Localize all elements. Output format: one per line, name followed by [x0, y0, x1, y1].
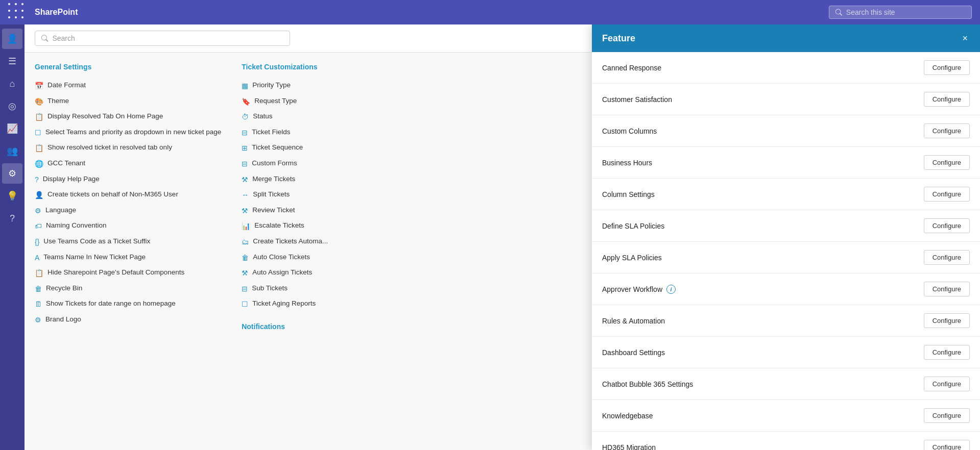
top-search-input[interactable]: [846, 8, 965, 16]
ticket-customization-item[interactable]: ⏱Status: [242, 109, 354, 125]
configure-button-custom-columns[interactable]: Configure: [924, 123, 970, 138]
ticket-customization-item[interactable]: ⊞Ticket Sequence: [242, 140, 354, 156]
item-label: Date Format: [47, 81, 86, 90]
item-icon: 🗓: [35, 299, 42, 310]
configure-button-dashboard-settings[interactable]: Configure: [924, 345, 970, 360]
configure-button-approver-workflow[interactable]: Configure: [924, 282, 970, 296]
ticket-customization-item[interactable]: ⚒Merge Tickets: [242, 172, 354, 188]
item-icon: 👤: [35, 190, 43, 201]
general-settings-list: 📅Date Format🎨Theme📋Display Resolved Tab …: [35, 78, 221, 328]
feature-row-business-hours: Business Hours Configure: [592, 147, 980, 179]
item-label: Escalate Tickets: [254, 221, 304, 231]
app-title: SharePoint: [35, 8, 78, 17]
configure-button-column-settings[interactable]: Configure: [924, 187, 970, 202]
configure-button-business-hours[interactable]: Configure: [924, 155, 970, 170]
ticket-customization-item[interactable]: ⚒Auto Assign Tickets: [242, 265, 354, 281]
feature-panel-close-button[interactable]: ×: [960, 32, 970, 45]
feature-row-name: Approver Workflow i: [602, 285, 676, 294]
general-settings-item[interactable]: ☐Select Teams and priority as dropdown i…: [35, 125, 221, 141]
main-area: General Settings 📅Date Format🎨Theme📋Disp…: [25, 24, 980, 450]
sidebar-item-gear[interactable]: ⚙: [2, 163, 22, 184]
feature-row-name: Business Hours: [602, 159, 652, 167]
item-icon: ⊟: [242, 128, 248, 138]
configure-button-customer-satisfaction[interactable]: Configure: [924, 92, 970, 107]
ticket-customization-item[interactable]: 🔖Request Type: [242, 94, 354, 110]
configure-button-define-sla-policies[interactable]: Configure: [924, 218, 970, 233]
ticket-customization-item[interactable]: ⊟Custom Forms: [242, 156, 354, 172]
configure-button-canned-response[interactable]: Configure: [924, 60, 970, 75]
ticket-customization-item[interactable]: ⊟Sub Tickets: [242, 281, 354, 297]
feature-row-name: Dashboard Settings: [602, 348, 665, 357]
ticket-customization-item[interactable]: ▦Priority Type: [242, 78, 354, 94]
item-icon: ☐: [242, 299, 248, 310]
item-icon: 🗑: [242, 253, 249, 263]
item-label: Request Type: [254, 96, 297, 106]
sidebar-item-people[interactable]: 👤: [2, 29, 22, 49]
app-body: 👤 ☰ ⌂ ◎ 📈 👥 ⚙ 💡 ? General Settings 📅Date…: [0, 24, 980, 450]
feature-row-customer-satisfaction: Customer Satisfaction Configure: [592, 84, 980, 115]
general-settings-item[interactable]: ⚙Brand Logo: [35, 312, 221, 328]
item-label: Auto Assign Tickets: [252, 268, 312, 278]
item-icon: ▦: [242, 81, 248, 91]
ticket-customization-item[interactable]: 📊Escalate Tickets: [242, 218, 354, 234]
item-label: Show Tickets for date range on homepage: [46, 299, 176, 309]
feature-row-name: Custom Columns: [602, 127, 657, 135]
general-settings-item[interactable]: ?Display Help Page: [35, 172, 221, 188]
feature-row-define-sla-policies: Define SLA Policies Configure: [592, 210, 980, 242]
general-settings-item[interactable]: {}Use Teams Code as a Ticket Suffix: [35, 234, 221, 250]
item-label: Ticket Fields: [252, 128, 290, 137]
configure-button-hd365-migration[interactable]: Configure: [924, 440, 970, 450]
general-settings-item[interactable]: 🎨Theme: [35, 94, 221, 110]
item-icon: ?: [35, 175, 39, 185]
general-settings-item[interactable]: 📅Date Format: [35, 78, 221, 94]
icon-sidebar: 👤 ☰ ⌂ ◎ 📈 👥 ⚙ 💡 ?: [0, 24, 25, 450]
sidebar-item-home[interactable]: ⌂: [2, 73, 22, 94]
general-settings-item[interactable]: 📋Show resolved ticket in resolved tab on…: [35, 140, 221, 156]
general-settings-item[interactable]: 🏷Naming Convention: [35, 218, 221, 234]
secondary-search-input[interactable]: [52, 34, 283, 42]
ticket-customization-item[interactable]: ⊟Ticket Fields: [242, 125, 354, 141]
configure-button-chatbot-bubble-365[interactable]: Configure: [924, 377, 970, 391]
sidebar-item-question[interactable]: ?: [2, 208, 22, 229]
item-icon: ⚒: [242, 268, 248, 279]
item-icon: 📋: [35, 143, 43, 154]
item-icon: 📋: [35, 112, 43, 122]
general-settings-item[interactable]: ⚙Language: [35, 203, 221, 219]
general-settings-item[interactable]: 📋Display Resolved Tab On Home Page: [35, 109, 221, 125]
item-label: Create tickets on behalf of Non-M365 Use…: [47, 190, 178, 199]
ticket-customization-item[interactable]: ☐Ticket Aging Reports: [242, 296, 354, 312]
ticket-customization-item[interactable]: 🗂Create Tickets Automa...: [242, 234, 354, 250]
general-settings-item[interactable]: 📋Hide Sharepoint Page's Default Componen…: [35, 265, 221, 281]
item-icon: ⊞: [242, 143, 248, 154]
sidebar-item-globe[interactable]: ◎: [2, 96, 22, 116]
item-label: GCC Tenant: [47, 159, 85, 168]
general-settings-item[interactable]: 🌐GCC Tenant: [35, 156, 221, 172]
item-label: Show resolved ticket in resolved tab onl…: [47, 143, 172, 153]
item-label: Split Tickets: [253, 190, 290, 199]
info-icon[interactable]: i: [666, 285, 676, 294]
notifications-heading: Notifications: [242, 322, 354, 331]
general-settings-item[interactable]: 🗑Recycle Bin: [35, 281, 221, 297]
feature-row-name: Chatbot Bubble 365 Settings: [602, 380, 693, 388]
feature-rows-container: Canned Response Configure Customer Satis…: [592, 52, 980, 450]
ticket-customization-item[interactable]: ↔Split Tickets: [242, 187, 354, 203]
item-label: Hide Sharepoint Page's Default Component…: [47, 268, 184, 278]
item-label: Custom Forms: [252, 159, 297, 168]
item-label: Priority Type: [252, 81, 291, 90]
feature-row-name: Define SLA Policies: [602, 222, 664, 230]
app-launcher-icon[interactable]: [8, 3, 27, 21]
configure-button-rules-automation[interactable]: Configure: [924, 313, 970, 328]
sidebar-item-bulb[interactable]: 💡: [2, 186, 22, 206]
configure-button-apply-sla-policies[interactable]: Configure: [924, 250, 970, 265]
feature-row-name: Rules & Automation: [602, 317, 665, 325]
general-settings-item[interactable]: 🗓Show Tickets for date range on homepage: [35, 296, 221, 312]
sidebar-item-menu[interactable]: ☰: [2, 51, 22, 71]
feature-row-name: Knowledgebase: [602, 412, 653, 420]
ticket-customization-item[interactable]: 🗑Auto Close Tickets: [242, 250, 354, 266]
ticket-customization-item[interactable]: ⚒Review Ticket: [242, 203, 354, 219]
configure-button-knowledgebase[interactable]: Configure: [924, 408, 970, 423]
sidebar-item-chart[interactable]: 📈: [2, 118, 22, 139]
general-settings-item[interactable]: ATeams Name In New Ticket Page: [35, 250, 221, 266]
general-settings-item[interactable]: 👤Create tickets on behalf of Non-M365 Us…: [35, 187, 221, 203]
sidebar-item-users[interactable]: 👥: [2, 141, 22, 161]
